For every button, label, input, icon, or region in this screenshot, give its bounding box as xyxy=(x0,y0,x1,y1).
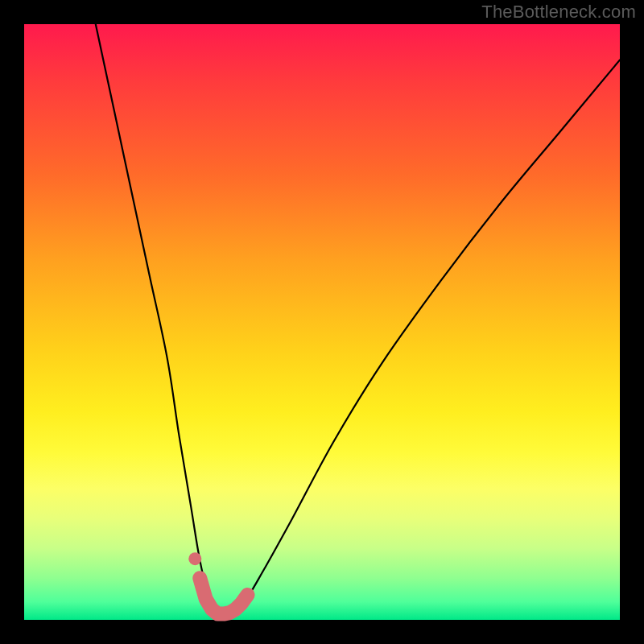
chart-plot-area xyxy=(24,24,620,620)
chart-svg xyxy=(24,24,620,620)
highlight-stroke xyxy=(200,578,247,613)
watermark-label: TheBottleneck.com xyxy=(481,2,636,23)
bottleneck-curve xyxy=(96,24,620,616)
highlight-band xyxy=(188,552,247,613)
highlight-lead-dot xyxy=(188,552,201,565)
